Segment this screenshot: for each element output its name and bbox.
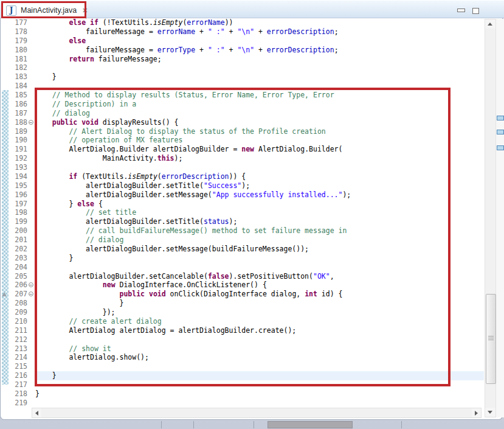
code-line[interactable]: 182 (0, 63, 484, 72)
line-number: 207 (10, 290, 27, 299)
overview-annotation-marker[interactable] (497, 145, 504, 150)
diff-gutter-cell (0, 82, 10, 91)
diff-gutter-cell (0, 46, 10, 55)
fold-gutter-cell (27, 55, 35, 64)
line-number: 197 (10, 200, 27, 209)
line-number: 187 (10, 109, 27, 118)
line-number: 178 (10, 27, 27, 37)
code-line[interactable]: 180 failureMessage = errorType + " :" + … (0, 46, 484, 55)
line-number: 208 (10, 299, 27, 308)
code-text[interactable] (35, 399, 484, 408)
diff-gutter-cell (0, 272, 10, 281)
diff-gutter-cell (0, 109, 10, 118)
collapse-icon[interactable]: − (29, 282, 33, 287)
code-text[interactable]: return failureMessage; (35, 55, 484, 64)
collapse-icon[interactable]: − (29, 291, 33, 296)
bottom-bar-segment (268, 421, 353, 428)
fold-gutter-cell (27, 27, 35, 37)
diff-gutter-cell (0, 281, 10, 290)
line-number: 191 (10, 145, 27, 154)
line-number: 216 (10, 371, 27, 380)
diff-gutter-cell (0, 181, 10, 190)
diff-gutter-cell (0, 200, 10, 209)
line-number: 179 (10, 37, 27, 46)
override-marker-icon (2, 292, 7, 296)
line-number: 199 (10, 217, 27, 226)
code-text[interactable]: else if (!TextUtils.isEmpty(errorName)) (35, 18, 484, 27)
code-text[interactable] (35, 63, 484, 72)
line-number: 215 (10, 362, 27, 371)
fold-gutter-cell (27, 389, 35, 399)
line-number: 206 (10, 281, 27, 290)
line-number: 184 (10, 82, 27, 91)
code-line[interactable]: 179 else (0, 37, 484, 46)
fold-gutter-cell (27, 37, 35, 46)
divider (254, 421, 254, 428)
code-text[interactable]: } (35, 389, 484, 399)
vertical-scrollbar-thumb[interactable] (486, 294, 496, 384)
scroll-up-arrow-icon[interactable] (485, 19, 495, 29)
diff-gutter-cell (0, 389, 10, 399)
line-number: 211 (10, 326, 27, 335)
diff-gutter-cell (0, 353, 10, 362)
diff-gutter-cell (0, 37, 10, 46)
diff-gutter-cell (0, 100, 10, 109)
diff-gutter-cell (0, 208, 10, 217)
code-text[interactable]: failureMessage = errorType + " :" + "\n"… (35, 46, 484, 55)
fold-gutter-cell (27, 72, 35, 82)
divider (161, 421, 162, 428)
line-number: 186 (10, 100, 27, 109)
diff-gutter-cell (0, 118, 10, 127)
code-line[interactable]: 219 (0, 399, 484, 408)
diff-gutter-cell (0, 380, 10, 389)
diff-gutter-cell (0, 362, 10, 371)
minimize-icon[interactable] (457, 9, 465, 12)
code-line[interactable]: 178 failureMessage = errorName + " :" + … (0, 27, 484, 37)
diff-gutter-cell (0, 235, 10, 245)
scroll-down-arrow-icon[interactable] (485, 408, 495, 417)
diff-gutter-cell (0, 245, 10, 254)
line-number: 217 (10, 380, 27, 389)
diff-gutter-cell (0, 63, 10, 72)
line-number: 181 (10, 55, 27, 64)
collapse-icon[interactable]: − (29, 120, 33, 125)
overview-ruler[interactable] (496, 19, 504, 417)
line-number: 202 (10, 245, 27, 254)
code-line[interactable]: 177 else if (!TextUtils.isEmpty(errorNam… (0, 18, 484, 27)
overview-annotation-marker[interactable] (497, 116, 504, 120)
diff-gutter-cell (0, 136, 10, 145)
code-line[interactable]: 181 return failureMessage; (0, 55, 484, 64)
fold-gutter-cell (27, 18, 35, 27)
line-number: 177 (10, 18, 27, 27)
horizontal-scrollbar[interactable] (32, 408, 482, 418)
scroll-left-arrow-icon[interactable] (32, 408, 41, 417)
line-number: 204 (10, 263, 27, 272)
diff-gutter-cell (0, 326, 10, 335)
line-number: 182 (10, 63, 27, 72)
divider (401, 421, 402, 428)
diff-gutter-cell (0, 254, 10, 263)
diff-gutter-cell (0, 163, 10, 172)
code-text[interactable]: else (35, 37, 484, 46)
line-number: 205 (10, 272, 27, 281)
cropped-bottom-bar (0, 420, 504, 429)
vertical-scrollbar[interactable] (485, 19, 496, 417)
code-text[interactable]: } (35, 72, 484, 82)
diff-gutter-cell (0, 308, 10, 317)
code-text[interactable]: failureMessage = errorName + " :" + "\n"… (35, 27, 484, 37)
scroll-right-arrow-icon[interactable] (472, 408, 481, 417)
line-number: 219 (10, 399, 27, 408)
restore-icon[interactable] (472, 8, 479, 14)
line-number: 183 (10, 72, 27, 82)
line-number: 201 (10, 235, 27, 245)
divider (193, 421, 194, 428)
diff-gutter-cell (0, 72, 10, 82)
line-number: 185 (10, 91, 27, 100)
code-line[interactable]: 183 } (0, 72, 484, 82)
overview-annotation-marker[interactable] (497, 130, 504, 134)
fold-gutter-cell (27, 46, 35, 55)
diff-gutter-cell (0, 18, 10, 27)
annotation-box-code (35, 88, 450, 386)
annotation-box-tab (1, 1, 86, 18)
code-line[interactable]: 218} (0, 389, 484, 399)
